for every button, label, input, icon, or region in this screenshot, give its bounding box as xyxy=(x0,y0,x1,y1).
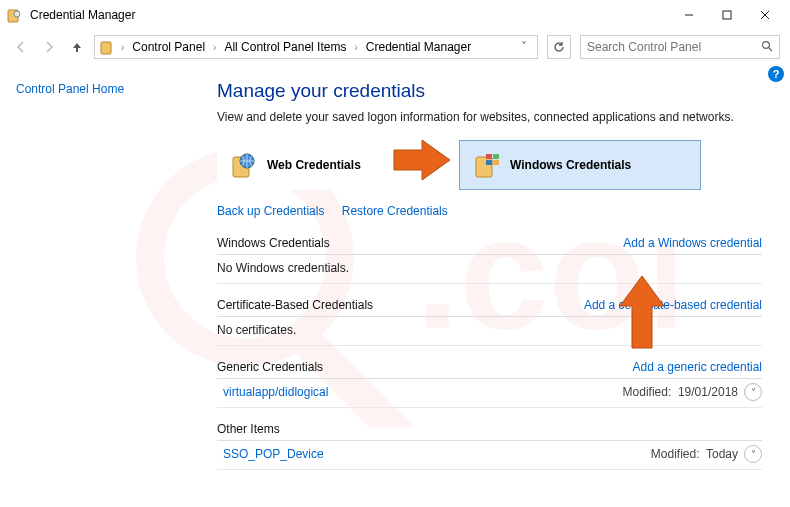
svg-line-11 xyxy=(769,48,772,51)
tab-label: Windows Credentials xyxy=(510,158,631,172)
page-description: View and delete your saved logon informa… xyxy=(217,110,762,124)
up-button[interactable] xyxy=(66,36,88,58)
section-title-windows: Windows Credentials xyxy=(217,236,623,250)
svg-rect-15 xyxy=(486,154,492,159)
add-cert-credential-link[interactable]: Add a certificate-based credential xyxy=(584,298,762,312)
add-windows-credential-link[interactable]: Add a Windows credential xyxy=(623,236,762,250)
modified-value: Today xyxy=(706,447,738,461)
tab-windows-credentials[interactable]: Windows Credentials xyxy=(459,140,701,190)
refresh-button[interactable] xyxy=(547,35,571,59)
svg-point-4 xyxy=(14,11,20,17)
minimize-button[interactable] xyxy=(670,2,708,28)
cert-empty-text: No certificates. xyxy=(217,323,296,337)
maximize-button[interactable] xyxy=(708,2,746,28)
add-generic-credential-link[interactable]: Add a generic credential xyxy=(633,360,762,374)
svg-rect-16 xyxy=(493,154,499,159)
search-input[interactable] xyxy=(587,40,773,54)
credential-name: virtualapp/didlogical xyxy=(223,385,623,399)
tab-label: Web Credentials xyxy=(267,158,361,172)
svg-rect-18 xyxy=(493,160,499,165)
close-button[interactable] xyxy=(746,2,784,28)
windows-safe-icon xyxy=(472,151,500,179)
breadcrumb-item[interactable]: Control Panel xyxy=(130,38,207,56)
tab-web-credentials[interactable]: Web Credentials xyxy=(217,140,459,190)
windows-empty-text: No Windows credentials. xyxy=(217,261,349,275)
address-dropdown-icon[interactable]: ˅ xyxy=(515,40,533,54)
forward-button[interactable] xyxy=(38,36,60,58)
search-box[interactable] xyxy=(580,35,780,59)
svg-rect-17 xyxy=(486,160,492,165)
chevron-down-icon[interactable]: ˅ xyxy=(744,445,762,463)
credential-row[interactable]: SSO_POP_Device Modified: Today ˅ xyxy=(217,441,762,470)
address-icon xyxy=(99,39,115,55)
page-heading: Manage your credentials xyxy=(217,80,762,102)
modified-label: Modified: xyxy=(651,447,700,461)
chevron-down-icon[interactable]: ˅ xyxy=(744,383,762,401)
breadcrumb-item[interactable]: All Control Panel Items xyxy=(222,38,348,56)
window-title: Credential Manager xyxy=(30,8,670,22)
app-icon xyxy=(6,7,22,23)
section-title-other: Other Items xyxy=(217,422,762,436)
globe-safe-icon xyxy=(229,151,257,179)
address-bar[interactable]: › Control Panel › All Control Panel Item… xyxy=(94,35,538,59)
nav-bar: › Control Panel › All Control Panel Item… xyxy=(0,30,790,64)
modified-value: 19/01/2018 xyxy=(678,385,738,399)
svg-rect-9 xyxy=(101,42,111,54)
title-bar: Credential Manager xyxy=(0,0,790,30)
restore-credentials-link[interactable]: Restore Credentials xyxy=(342,204,448,218)
credential-row[interactable]: virtualapp/didlogical Modified: 19/01/20… xyxy=(217,379,762,408)
control-panel-home-link[interactable]: Control Panel Home xyxy=(16,82,124,96)
chevron-right-icon: › xyxy=(209,42,220,53)
section-title-cert: Certificate-Based Credentials xyxy=(217,298,584,312)
modified-label: Modified: xyxy=(623,385,672,399)
chevron-right-icon: › xyxy=(350,42,361,53)
chevron-right-icon: › xyxy=(117,42,128,53)
section-title-generic: Generic Credentials xyxy=(217,360,633,374)
breadcrumb-item[interactable]: Credential Manager xyxy=(364,38,473,56)
search-icon xyxy=(761,40,773,55)
back-button[interactable] xyxy=(10,36,32,58)
help-icon[interactable]: ? xyxy=(768,66,784,82)
credential-name: SSO_POP_Device xyxy=(223,447,651,461)
backup-credentials-link[interactable]: Back up Credentials xyxy=(217,204,324,218)
main-content: ? Manage your credentials View and delet… xyxy=(195,64,790,507)
sidebar: Control Panel Home xyxy=(0,64,195,507)
svg-rect-6 xyxy=(723,11,731,19)
svg-point-10 xyxy=(763,41,770,48)
